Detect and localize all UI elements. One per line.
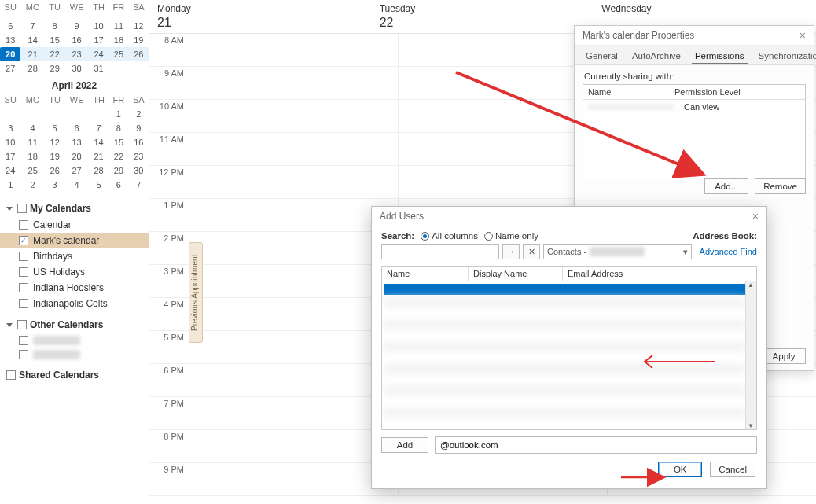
mini-cal-day[interactable]: 28 [89, 164, 108, 178]
apply-button[interactable]: Apply [762, 348, 806, 364]
mini-cal-day[interactable]: 29 [108, 164, 128, 178]
mini-cal-day[interactable]: 14 [20, 33, 45, 47]
group-checkbox[interactable] [17, 204, 27, 213]
calendar-item[interactable]: Indiana Hoosiers [0, 280, 149, 296]
add-permission-button[interactable]: Add... [704, 178, 748, 194]
mini-cal-day[interactable]: 23 [64, 47, 89, 61]
mini-cal-day[interactable]: 15 [108, 135, 128, 149]
col-permission-header[interactable]: Permission Level [670, 85, 745, 99]
calendar-item[interactable]: Indianapolis Colts [0, 296, 149, 311]
contacts-columns[interactable]: Name Display Name Email Address [381, 266, 757, 281]
contacts-selected-row[interactable] [384, 284, 754, 295]
mini-cal-day[interactable] [129, 61, 149, 75]
mini-cal-day[interactable]: 20 [64, 149, 89, 164]
mini-cal-day[interactable]: 7 [20, 19, 45, 33]
calendar-checkbox[interactable] [19, 220, 28, 230]
calendar-checkbox[interactable] [19, 350, 28, 359]
calendar-checkbox[interactable] [19, 336, 28, 345]
mini-cal-day[interactable]: 3 [45, 178, 64, 192]
cancel-button[interactable]: Cancel [710, 462, 755, 477]
close-icon[interactable]: × [799, 29, 806, 42]
remove-permission-button[interactable]: Remove [755, 178, 806, 194]
mini-cal-day[interactable]: 9 [129, 121, 149, 135]
calendar-checkbox[interactable] [19, 252, 28, 261]
mini-cal-day[interactable]: 6 [64, 121, 89, 135]
mini-cal-day[interactable]: 13 [0, 33, 20, 47]
mini-cal-day[interactable] [20, 107, 45, 121]
mini-cal-day[interactable]: 11 [108, 19, 128, 33]
mini-cal-day[interactable]: 9 [64, 19, 89, 33]
calendar-item[interactable]: US Holidays [0, 264, 149, 280]
mini-cal-day[interactable]: 16 [64, 33, 89, 47]
calendar-checkbox[interactable] [19, 236, 28, 245]
mini-cal-day[interactable]: 21 [89, 149, 108, 164]
col-name-header[interactable]: Name [583, 85, 670, 99]
mini-cal-day[interactable]: 30 [64, 61, 89, 75]
calendar-item[interactable]: Mark's calendar [0, 233, 149, 248]
mini-calendar-month1[interactable]: SUMOTUWETHFRSA67891011121314151617181920… [0, 0, 149, 75]
calendar-checkbox[interactable] [19, 267, 28, 277]
col-email-header[interactable]: Email Address [563, 267, 756, 281]
tab-autoarchive[interactable]: AutoArchive [629, 49, 684, 64]
col-name-header[interactable]: Name [382, 267, 469, 281]
col-display-header[interactable]: Display Name [469, 267, 563, 281]
mini-cal-day[interactable]: 25 [108, 47, 128, 61]
mini-cal-day[interactable]: 18 [108, 33, 128, 47]
mini-cal-day[interactable]: 26 [129, 47, 149, 61]
mini-cal-day[interactable]: 1 [108, 107, 128, 121]
mini-cal-day[interactable]: 24 [89, 47, 108, 61]
address-book-combo[interactable]: Contacts - [543, 244, 692, 259]
day-column-header[interactable]: Monday21 [149, 0, 372, 33]
mini-cal-day[interactable]: 12 [45, 135, 64, 149]
calendar-item[interactable] [0, 333, 149, 348]
add-recipient-button[interactable]: Add [381, 437, 428, 453]
sharing-row[interactable]: Can view [583, 100, 805, 114]
mini-cal-day[interactable]: 5 [89, 178, 108, 192]
mini-cal-day[interactable]: 5 [45, 121, 64, 135]
mini-cal-day[interactable]: 27 [64, 164, 89, 178]
mini-cal-day[interactable]: 19 [45, 149, 64, 164]
mini-cal-day[interactable]: 2 [20, 178, 45, 192]
mini-cal-day[interactable] [108, 61, 128, 75]
calendar-checkbox[interactable] [19, 283, 28, 292]
mini-cal-day[interactable] [89, 107, 108, 121]
mini-cal-day[interactable]: 18 [20, 149, 45, 164]
search-input[interactable] [381, 244, 499, 259]
mini-cal-day[interactable] [45, 107, 64, 121]
previous-appointment-handle[interactable]: Previous Appointment [189, 242, 203, 343]
mini-cal-day[interactable]: 3 [0, 121, 20, 135]
tab-permissions[interactable]: Permissions [692, 49, 748, 64]
mini-cal-day[interactable]: 14 [89, 135, 108, 149]
calendar-item[interactable]: Birthdays [0, 248, 149, 264]
recipient-input[interactable] [435, 436, 757, 454]
mini-cal-day[interactable]: 2 [129, 107, 149, 121]
mini-cal-day[interactable]: 22 [108, 149, 128, 164]
radio-name-only[interactable]: Name only [484, 231, 538, 241]
sharing-list[interactable]: Name Permission Level Can view [583, 84, 806, 178]
mini-cal-day[interactable]: 29 [45, 61, 64, 75]
mini-cal-day[interactable]: 1 [0, 178, 20, 192]
calendar-item[interactable]: Calendar [0, 217, 149, 233]
calendar-group-my[interactable]: My Calendars [0, 200, 149, 217]
advanced-find-link[interactable]: Advanced Find [700, 247, 757, 256]
go-button[interactable]: → [502, 244, 520, 259]
mini-cal-day[interactable]: 28 [20, 61, 45, 75]
tab-general[interactable]: General [583, 49, 621, 64]
mini-calendar-month2[interactable]: April 2022 SUMOTUWETHFRSA123456789101112… [0, 75, 149, 192]
mini-cal-day[interactable]: 7 [89, 121, 108, 135]
mini-cal-day[interactable]: 8 [108, 121, 128, 135]
clear-button[interactable]: ✕ [523, 244, 540, 259]
mini-cal-day[interactable]: 4 [20, 121, 45, 135]
mini-cal-day[interactable]: 17 [89, 33, 108, 47]
mini-cal-day[interactable]: 24 [0, 164, 20, 178]
group-checkbox[interactable] [6, 370, 16, 380]
mini-cal-day[interactable]: 25 [20, 164, 45, 178]
mini-cal-day[interactable]: 4 [64, 178, 89, 192]
mini-cal-day[interactable]: 26 [45, 164, 64, 178]
calendar-group-other[interactable]: Other Calendars [0, 316, 149, 333]
calendar-item[interactable] [0, 348, 149, 362]
mini-cal-day[interactable]: 16 [129, 135, 149, 149]
mini-cal-day[interactable]: 22 [45, 47, 64, 61]
mini-cal-day[interactable]: 8 [45, 19, 64, 33]
day-column-header[interactable]: Tuesday22 [372, 0, 594, 33]
